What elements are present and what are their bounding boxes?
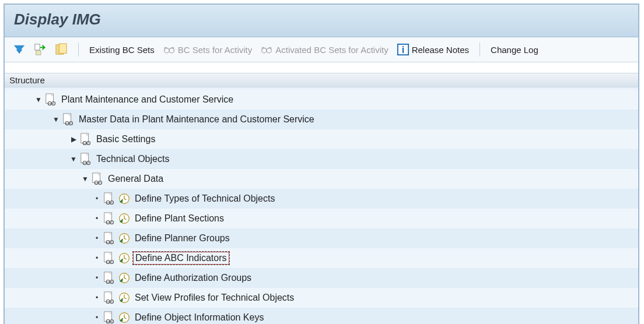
tree-node-general-data[interactable]: ▼ General Data	[5, 169, 638, 189]
where-used-button[interactable]	[32, 42, 49, 57]
doc-glasses-icon[interactable]	[103, 212, 116, 225]
app-window: Display IMG Existing BC Sets BC Se	[4, 3, 639, 324]
expand-all-button[interactable]	[10, 42, 28, 57]
existing-bc-sets-button[interactable]: Existing BC Sets	[87, 44, 157, 56]
svg-rect-2	[35, 44, 40, 50]
tree-node-plant-maintenance[interactable]: ▼ Plant Maintenance and Customer Service	[5, 90, 638, 110]
activated-bc-sets-for-activity-button[interactable]: Activated BC Sets for Activity	[258, 42, 390, 57]
tree-label: Define Plant Sections	[133, 213, 226, 224]
release-notes-button[interactable]: i Release Notes	[394, 42, 471, 57]
add-to-favorites-button[interactable]	[52, 42, 70, 57]
tree-node-basic-settings[interactable]: ▶ Basic Settings	[5, 129, 638, 149]
toolbar-separator	[78, 43, 79, 57]
svg-text:i: i	[401, 44, 404, 55]
tree-node-set-view-profiles[interactable]: • Set View Profiles for Technical Object…	[5, 288, 638, 308]
tree-label: Basic Settings	[94, 133, 157, 145]
button-label: Release Notes	[412, 45, 469, 55]
page-title: Display IMG	[14, 10, 629, 29]
svg-point-7	[169, 48, 174, 53]
svg-point-6	[164, 48, 169, 53]
tree-label: Define Object Information Keys	[133, 312, 265, 323]
tree-node-define-authorization-groups[interactable]: • Define Authorization Groups	[5, 268, 638, 288]
where-used-icon	[34, 43, 47, 56]
tree-node-master-data[interactable]: ▼ Master Data in Plant Maintenance and C…	[5, 110, 638, 129]
execute-activity-icon[interactable]	[118, 212, 131, 225]
tree-label: Define Types of Technical Objects	[133, 193, 276, 205]
execute-activity-icon[interactable]	[118, 311, 131, 324]
button-label: BC Sets for Activity	[178, 45, 253, 55]
info-icon: i	[397, 43, 410, 56]
structure-header: Structure	[5, 73, 638, 87]
leaf-bullet-icon: •	[92, 293, 102, 302]
svg-marker-1	[16, 50, 23, 54]
change-log-button[interactable]: Change Log	[488, 44, 541, 56]
leaf-bullet-icon: •	[92, 214, 102, 223]
doc-glasses-icon[interactable]	[103, 192, 116, 205]
svg-rect-3	[36, 51, 41, 55]
tree-node-define-abc-indicators[interactable]: • Define ABC Indicators	[5, 248, 638, 268]
button-label: Activated BC Sets for Activity	[275, 45, 388, 55]
tree-node-define-planner-groups[interactable]: • Define Planner Groups	[5, 228, 638, 248]
svg-point-8	[262, 48, 267, 53]
doc-glasses-icon[interactable]	[103, 272, 116, 284]
leaf-bullet-icon: •	[92, 253, 102, 263]
glasses-icon	[260, 43, 273, 56]
toolbar-separator	[480, 43, 480, 57]
execute-activity-icon[interactable]	[118, 291, 131, 304]
doc-glasses-icon[interactable]	[44, 93, 57, 106]
bc-sets-for-activity-button[interactable]: BC Sets for Activity	[160, 42, 255, 57]
expand-icon[interactable]: ▶	[69, 135, 78, 144]
tree-node-technical-objects[interactable]: ▼ Technical Objects	[5, 149, 638, 169]
tree-label: Plant Maintenance and Customer Service	[60, 94, 235, 105]
tree-label-selected: Define ABC Indicators	[133, 252, 229, 265]
toolbar: Existing BC Sets BC Sets for Activity Ac…	[5, 37, 638, 62]
tree-label: Define Planner Groups	[133, 233, 232, 244]
doc-glasses-icon[interactable]	[103, 232, 116, 245]
leaf-bullet-icon: •	[92, 313, 102, 322]
tree-node-define-plant-sections[interactable]: • Define Plant Sections	[5, 209, 638, 228]
doc-glasses-icon[interactable]	[103, 252, 116, 265]
collapse-icon[interactable]: ▼	[80, 174, 90, 184]
doc-glasses-icon[interactable]	[103, 291, 116, 304]
tree-label: Define Authorization Groups	[133, 272, 253, 284]
svg-rect-5	[59, 44, 66, 54]
expand-all-icon	[13, 43, 26, 56]
tree-label: Set View Profiles for Technical Objects	[133, 292, 296, 304]
execute-activity-icon[interactable]	[118, 192, 131, 205]
doc-glasses-icon[interactable]	[91, 172, 104, 185]
leaf-bullet-icon: •	[92, 194, 102, 203]
collapse-icon[interactable]: ▼	[51, 115, 61, 124]
execute-activity-icon[interactable]	[118, 232, 131, 245]
doc-glasses-icon[interactable]	[79, 153, 92, 165]
img-tree: ▼ Plant Maintenance and Customer Service…	[5, 87, 638, 324]
button-label: Change Log	[491, 45, 538, 55]
tree-node-define-types[interactable]: • Define Types of Technical Objects	[5, 189, 638, 209]
leaf-bullet-icon: •	[92, 234, 102, 243]
glasses-icon	[163, 43, 176, 56]
button-label: Existing BC Sets	[89, 45, 155, 55]
tree-label: Master Data in Plant Maintenance and Cus…	[77, 114, 316, 125]
execute-activity-icon[interactable]	[118, 252, 131, 265]
tree-label: General Data	[106, 173, 165, 185]
collapse-icon[interactable]: ▼	[69, 154, 78, 164]
doc-glasses-icon[interactable]	[62, 113, 75, 126]
leaf-bullet-icon: •	[92, 273, 102, 283]
svg-point-9	[267, 48, 271, 53]
doc-glasses-icon[interactable]	[103, 311, 116, 324]
execute-activity-icon[interactable]	[118, 272, 131, 284]
doc-glasses-icon[interactable]	[79, 133, 92, 146]
title-bar: Display IMG	[5, 5, 638, 37]
add-to-favorites-icon	[55, 43, 68, 56]
collapse-icon[interactable]: ▼	[34, 95, 43, 104]
tree-node-define-object-info-keys[interactable]: • Define Object Information Keys	[5, 308, 638, 324]
tree-label: Technical Objects	[94, 153, 171, 165]
